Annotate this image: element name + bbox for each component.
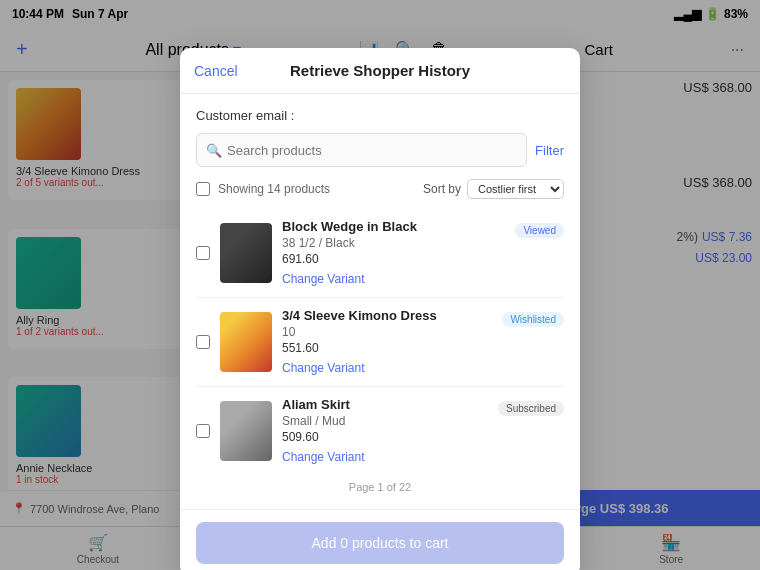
sort-select[interactable]: Costlier first Cheaper first Newest firs… bbox=[467, 179, 564, 199]
change-variant-2[interactable]: Change Variant bbox=[282, 361, 365, 375]
cancel-button[interactable]: Cancel bbox=[194, 63, 238, 79]
product-info-2: 3/4 Sleeve Kimono Dress 10 551.60 Change… bbox=[282, 308, 492, 376]
product-info-3: Aliam Skirt Small / Mud 509.60 Change Va… bbox=[282, 397, 488, 465]
modal-body: Customer email : 🔍 Filter Showing 14 pro… bbox=[180, 94, 580, 509]
product-variant-1: 38 1/2 / Black bbox=[282, 236, 505, 250]
search-icon: 🔍 bbox=[206, 143, 222, 158]
products-meta-row: Showing 14 products Sort by Costlier fir… bbox=[196, 179, 564, 199]
meta-left: Showing 14 products bbox=[196, 182, 330, 196]
modal-title: Retrieve Shopper History bbox=[290, 62, 470, 79]
product-image-2 bbox=[220, 312, 272, 372]
product-price-3: 509.60 bbox=[282, 430, 488, 444]
product-variant-2: 10 bbox=[282, 325, 492, 339]
add-to-cart-button[interactable]: Add 0 products to cart bbox=[196, 522, 564, 564]
modal-overlay: Cancel Retrieve Shopper History Customer… bbox=[0, 0, 760, 570]
product-image-1 bbox=[220, 223, 272, 283]
product-variant-3: Small / Mud bbox=[282, 414, 488, 428]
product-info-1: Block Wedge in Black 38 1/2 / Black 691.… bbox=[282, 219, 505, 287]
product-image-3 bbox=[220, 401, 272, 461]
sort-wrap: Sort by Costlier first Cheaper first New… bbox=[423, 179, 564, 199]
search-input-wrap: 🔍 bbox=[196, 133, 527, 167]
change-variant-1[interactable]: Change Variant bbox=[282, 272, 365, 286]
customer-email-label: Customer email : bbox=[196, 108, 564, 123]
product-list: Block Wedge in Black 38 1/2 / Black 691.… bbox=[196, 209, 564, 475]
page-info: Page 1 of 22 bbox=[196, 475, 564, 495]
product-price-1: 691.60 bbox=[282, 252, 505, 266]
product-checkbox-2[interactable] bbox=[196, 335, 210, 349]
product-price-2: 551.60 bbox=[282, 341, 492, 355]
product-checkbox-1[interactable] bbox=[196, 246, 210, 260]
sort-by-label: Sort by bbox=[423, 182, 461, 196]
product-row: Block Wedge in Black 38 1/2 / Black 691.… bbox=[196, 209, 564, 298]
product-name-2: 3/4 Sleeve Kimono Dress bbox=[282, 308, 492, 323]
product-badge-1: Viewed bbox=[515, 223, 564, 238]
filter-button[interactable]: Filter bbox=[535, 143, 564, 158]
search-input[interactable] bbox=[196, 133, 527, 167]
modal-header: Cancel Retrieve Shopper History bbox=[180, 48, 580, 94]
retrieve-history-modal: Cancel Retrieve Shopper History Customer… bbox=[180, 48, 580, 570]
products-count: Showing 14 products bbox=[218, 182, 330, 196]
product-badge-3: Subscribed bbox=[498, 401, 564, 416]
product-name-3: Aliam Skirt bbox=[282, 397, 488, 412]
product-row: 3/4 Sleeve Kimono Dress 10 551.60 Change… bbox=[196, 298, 564, 387]
product-badge-2: Wishlisted bbox=[502, 312, 564, 327]
select-all-checkbox[interactable] bbox=[196, 182, 210, 196]
product-name-1: Block Wedge in Black bbox=[282, 219, 505, 234]
modal-footer: Add 0 products to cart bbox=[180, 509, 580, 570]
product-row: Aliam Skirt Small / Mud 509.60 Change Va… bbox=[196, 387, 564, 475]
search-row: 🔍 Filter bbox=[196, 133, 564, 167]
product-checkbox-3[interactable] bbox=[196, 424, 210, 438]
change-variant-3[interactable]: Change Variant bbox=[282, 450, 365, 464]
